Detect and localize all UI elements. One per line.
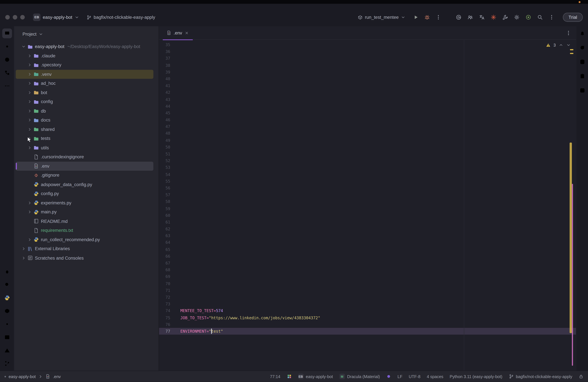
- code-line-61[interactable]: 61: [159, 219, 576, 226]
- line-number[interactable]: 45: [159, 109, 170, 116]
- code-line-50[interactable]: 50: [159, 144, 576, 150]
- tab-options-icon[interactable]: [566, 30, 571, 36]
- line-number[interactable]: 37: [159, 55, 170, 62]
- ai-chat-tool-icon[interactable]: [577, 85, 587, 95]
- line-number[interactable]: 63: [159, 232, 170, 239]
- code-line-47[interactable]: 47: [159, 123, 576, 130]
- close-window-button[interactable]: [5, 15, 10, 20]
- line-number[interactable]: 59: [159, 205, 170, 212]
- tree-item-specstory[interactable]: .specstory: [16, 61, 153, 70]
- record-icon[interactable]: [525, 14, 531, 20]
- code-line-64[interactable]: 64: [159, 239, 576, 246]
- tree-item-shared[interactable]: shared: [16, 125, 153, 134]
- code-line-62[interactable]: 62: [159, 226, 576, 232]
- code-line-46[interactable]: 46: [159, 116, 576, 123]
- project-selector[interactable]: EB easy-apply-bot: [31, 12, 81, 22]
- code-line-49[interactable]: 49: [159, 137, 576, 144]
- code-line-66[interactable]: 66: [159, 253, 576, 260]
- trial-button[interactable]: Trial: [563, 13, 583, 22]
- tree-item-config-py[interactable]: config.py: [16, 189, 153, 198]
- python-packages-icon[interactable]: [2, 293, 12, 303]
- chevron-right-icon[interactable]: [27, 201, 32, 205]
- notifications-icon[interactable]: [577, 28, 587, 38]
- code-line-54[interactable]: 54: [159, 171, 576, 178]
- line-number[interactable]: 60: [159, 212, 170, 219]
- minimize-window-button[interactable]: [13, 15, 17, 20]
- line-number[interactable]: 36: [159, 48, 170, 55]
- line-number[interactable]: 65: [159, 246, 170, 253]
- line-number[interactable]: 76: [159, 321, 170, 328]
- line-number[interactable]: 50: [159, 144, 170, 150]
- code-line-56[interactable]: 56: [159, 185, 576, 191]
- tools-icon[interactable]: [502, 14, 508, 20]
- line-number[interactable]: 39: [159, 69, 170, 75]
- services-tool-icon[interactable]: [2, 306, 12, 316]
- code-line-76[interactable]: 76: [159, 321, 576, 328]
- run-config-selector[interactable]: run_test_mentee: [356, 13, 408, 21]
- more-run-options-icon[interactable]: [436, 14, 441, 20]
- error-stripe-pink-bar[interactable]: [572, 184, 573, 366]
- error-stripe-mark[interactable]: [570, 49, 573, 50]
- find-tool-icon[interactable]: [2, 280, 12, 290]
- chevron-right-icon[interactable]: [27, 146, 32, 150]
- code-line-36[interactable]: 36: [159, 48, 576, 55]
- tree-item-utils[interactable]: utils: [16, 143, 153, 152]
- ai-assistant-icon[interactable]: [456, 14, 462, 20]
- commit-tool-icon[interactable]: [2, 42, 12, 51]
- code-line-41[interactable]: 41: [159, 82, 576, 89]
- sciview-tool-icon[interactable]: [577, 71, 587, 81]
- theme-color-dot[interactable]: [386, 374, 391, 379]
- line-number[interactable]: 68: [159, 266, 170, 273]
- line-number[interactable]: 53: [159, 164, 170, 171]
- project-widget[interactable]: EBeasy-apply-bot: [298, 374, 333, 379]
- line-number[interactable]: 54: [159, 171, 170, 178]
- indent-widget[interactable]: 4 spaces: [427, 374, 443, 379]
- line-number[interactable]: 44: [159, 103, 170, 109]
- code-line-77[interactable]: 77ENVIRONMENT="test": [159, 328, 576, 335]
- project-panel-header[interactable]: Project: [14, 26, 159, 42]
- close-tab-icon[interactable]: [184, 31, 189, 35]
- branch-selector[interactable]: bagfix/not-clickable-easy-apply: [84, 13, 157, 21]
- chevron-right-icon[interactable]: [27, 109, 32, 113]
- tree-item-easy-apply-bot[interactable]: easy-apply-bot~/Desktop/EasyWork/easy-ap…: [16, 42, 153, 51]
- line-number[interactable]: 73: [159, 300, 170, 307]
- line-number[interactable]: 74: [159, 307, 170, 314]
- chevron-right-icon[interactable]: [27, 63, 32, 67]
- debug-button[interactable]: [424, 14, 430, 20]
- chevron-right-icon[interactable]: [27, 210, 32, 214]
- search-everywhere-icon[interactable]: [537, 14, 543, 20]
- code-line-57[interactable]: 57: [159, 191, 576, 198]
- code-line-48[interactable]: 48: [159, 130, 576, 137]
- tree-item-venv[interactable]: .venv: [16, 70, 153, 79]
- line-separator-widget[interactable]: LF: [398, 374, 402, 379]
- chevron-right-icon[interactable]: [27, 100, 32, 104]
- code-line-59[interactable]: 59: [159, 205, 576, 212]
- encoding-widget[interactable]: UTF-8: [409, 374, 420, 379]
- chevron-right-icon[interactable]: [21, 256, 26, 260]
- line-number[interactable]: 67: [159, 260, 170, 266]
- chevron-right-icon[interactable]: [27, 237, 32, 242]
- chevron-right-icon[interactable]: [27, 90, 32, 95]
- code-line-52[interactable]: 52: [159, 157, 576, 164]
- line-number[interactable]: 40: [159, 75, 170, 82]
- line-number[interactable]: 75: [159, 314, 170, 321]
- line-number[interactable]: 58: [159, 198, 170, 205]
- code-line-44[interactable]: 44: [159, 103, 576, 109]
- version-control-icon[interactable]: [2, 359, 12, 368]
- caret-position[interactable]: 77:14: [270, 374, 280, 379]
- line-number[interactable]: 61: [159, 219, 170, 226]
- line-number[interactable]: 66: [159, 253, 170, 260]
- more-actions-icon[interactable]: [549, 14, 555, 20]
- line-number[interactable]: 51: [159, 150, 170, 157]
- line-number[interactable]: 55: [159, 178, 170, 185]
- tree-item-gitignore[interactable]: .gitignore: [16, 171, 153, 180]
- line-number[interactable]: 48: [159, 130, 170, 137]
- tab-env[interactable]: .env: [163, 26, 192, 40]
- code-line-74[interactable]: 74MENTEE_TO_TEST=574: [159, 307, 576, 314]
- line-number[interactable]: 56: [159, 185, 170, 191]
- chevron-right-icon[interactable]: [27, 72, 32, 76]
- chevron-right-icon[interactable]: [27, 127, 32, 132]
- tree-item-external-libraries[interactable]: External Libraries: [16, 244, 153, 254]
- tree-item-tests[interactable]: tests: [16, 134, 153, 143]
- inspections-widget[interactable]: 3: [546, 43, 571, 47]
